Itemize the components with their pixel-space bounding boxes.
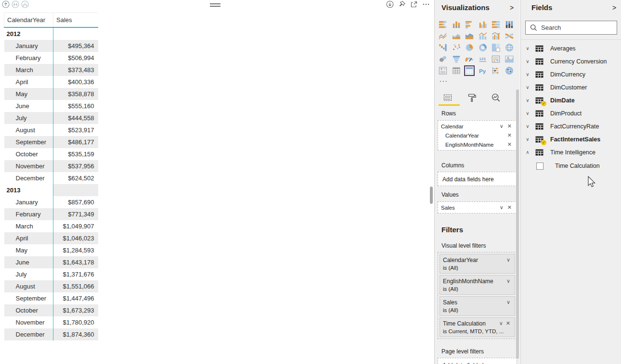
- matrix-month-row[interactable]: January$495,364: [4, 40, 98, 52]
- fields-table-dimcurrency[interactable]: ∨ DimCurrency: [521, 68, 621, 81]
- filter-card-calendaryear[interactable]: CalendarYear∨is (All): [440, 254, 515, 274]
- more-visuals-ellipsis[interactable]: ...: [440, 77, 448, 82]
- fields-table-time-intelligence[interactable]: ∧ Time Intelligence: [521, 146, 621, 159]
- visual-type-ribbon-chart-icon[interactable]: [504, 31, 515, 41]
- rows-well[interactable]: Calendar∨✕CalendarYear✕EnglishMonthName✕: [438, 120, 517, 151]
- fields-table-dimcustomer[interactable]: ∨ DimCustomer: [521, 81, 621, 94]
- fields-table-dimproduct[interactable]: ∨ DimProduct: [521, 107, 621, 120]
- page-level-filters-well[interactable]: Add data fields here: [438, 358, 517, 364]
- matrix-month-row[interactable]: August$1,551,066: [4, 280, 98, 292]
- columns-well[interactable]: Add data fields here: [438, 172, 517, 186]
- tab-analytics[interactable]: [490, 91, 502, 104]
- matrix-month-row[interactable]: March$373,483: [4, 64, 98, 76]
- collapse-fields-pane-icon[interactable]: >: [612, 4, 616, 12]
- focus-mode-icon[interactable]: [410, 0, 418, 8]
- row-label[interactable]: February: [4, 52, 53, 64]
- row-label[interactable]: December: [4, 172, 53, 184]
- row-label[interactable]: January: [4, 196, 53, 208]
- row-label[interactable]: August: [4, 124, 53, 136]
- chevron-down-icon[interactable]: ∨: [505, 278, 512, 284]
- tab-format[interactable]: [466, 91, 478, 104]
- matrix-col-header-calendaryear[interactable]: CalendarYear: [4, 13, 53, 28]
- chevron-down-icon[interactable]: ∨: [498, 204, 505, 211]
- matrix-year-row[interactable]: 2012: [4, 27, 98, 40]
- row-label[interactable]: July: [4, 268, 53, 280]
- visual-type-donut-chart-icon[interactable]: [478, 42, 488, 53]
- visual-type-card-icon[interactable]: 123: [478, 54, 488, 64]
- matrix-month-row[interactable]: November$1,780,920: [4, 316, 98, 328]
- visual-type-treemap-icon[interactable]: [491, 42, 501, 53]
- fields-table-dimdate[interactable]: ∨ ✓ DimDate: [521, 94, 621, 107]
- filter-card-englishmonthname[interactable]: EnglishMonthName∨is (All): [440, 275, 515, 295]
- chevron-down-icon[interactable]: ∨: [498, 320, 505, 326]
- row-label[interactable]: March: [4, 64, 53, 76]
- values-well[interactable]: Sales∨✕: [438, 201, 517, 213]
- visual-type-filled-map-icon[interactable]: [438, 54, 448, 64]
- pin-visual-icon[interactable]: [398, 0, 406, 8]
- matrix-month-row[interactable]: July$1,371,676: [4, 268, 98, 280]
- chevron-up-icon[interactable]: ∧: [524, 150, 531, 155]
- visual-type-map-icon[interactable]: [504, 42, 515, 53]
- search-input[interactable]: Search: [525, 21, 617, 35]
- collapse-pane-icon[interactable]: >: [510, 4, 514, 12]
- chevron-down-icon[interactable]: ∨: [524, 46, 531, 51]
- matrix-month-row[interactable]: April$1,046,023: [4, 232, 98, 244]
- more-options-icon[interactable]: [422, 0, 430, 8]
- matrix-month-row[interactable]: July$444,558: [4, 112, 98, 124]
- visual-type-stacked-bar-chart-icon[interactable]: [438, 19, 448, 30]
- visual-type-multi-row-card-icon[interactable]: [491, 54, 501, 64]
- matrix-month-row[interactable]: June$555,160: [4, 100, 98, 112]
- canvas-scrollbar-thumb[interactable]: [430, 187, 433, 204]
- matrix-month-row[interactable]: December$1,874,360: [4, 328, 98, 340]
- chevron-down-icon[interactable]: ∨: [505, 257, 512, 263]
- fields-table-factcurrencyrate[interactable]: ∨ FactCurrencyRate: [521, 120, 621, 133]
- row-label[interactable]: September: [4, 292, 53, 304]
- fields-table-factinternetsales[interactable]: ∨ ✓ FactInternetSales: [521, 133, 621, 146]
- row-label[interactable]: October: [4, 304, 53, 316]
- chevron-down-icon[interactable]: ∨: [524, 137, 531, 142]
- visual-type-kpi-icon[interactable]: A: [504, 54, 515, 64]
- visual-type-line-and-clustered-column-chart-icon[interactable]: [491, 31, 501, 41]
- chevron-down-icon[interactable]: ∨: [524, 111, 531, 116]
- matrix-month-row[interactable]: August$523,917: [4, 124, 98, 136]
- remove-field-icon[interactable]: ✕: [505, 141, 514, 148]
- visual-type-gauge-icon[interactable]: [464, 54, 475, 64]
- visual-type-area-chart-icon[interactable]: [451, 31, 462, 41]
- row-label[interactable]: April: [4, 76, 53, 88]
- visual-type-line-and-stacked-column-chart-icon[interactable]: [478, 31, 488, 41]
- drill-up-icon[interactable]: [2, 0, 10, 8]
- matrix-month-row[interactable]: May$358,878: [4, 88, 98, 100]
- remove-field-icon[interactable]: ✕: [505, 123, 514, 129]
- matrix-month-row[interactable]: February$506,994: [4, 52, 98, 64]
- chevron-down-icon[interactable]: ∨: [524, 72, 531, 77]
- drill-down-next-level-icon[interactable]: [12, 0, 19, 8]
- visual-type-key-influencers-icon[interactable]: [491, 65, 501, 76]
- visual-type-line-chart-icon[interactable]: [438, 31, 448, 41]
- chevron-down-icon[interactable]: ∨: [524, 59, 531, 64]
- row-label[interactable]: May: [4, 88, 53, 100]
- visual-drag-handle[interactable]: [210, 2, 220, 8]
- visual-type-stacked-area-chart-icon[interactable]: [464, 31, 475, 41]
- chevron-down-icon[interactable]: ∨: [524, 85, 531, 90]
- matrix-month-row[interactable]: April$400,336: [4, 76, 98, 88]
- matrix-month-row[interactable]: February$771,349: [4, 208, 98, 220]
- row-label[interactable]: January: [4, 40, 53, 52]
- matrix-month-row[interactable]: January$857,690: [4, 196, 98, 208]
- visual-type-100-stacked-bar-chart-icon[interactable]: [491, 19, 501, 30]
- row-label[interactable]: October: [4, 148, 53, 160]
- field-pill-calendar[interactable]: Calendar∨✕: [440, 122, 515, 131]
- expand-all-down-icon[interactable]: [21, 0, 29, 8]
- matrix-month-row[interactable]: June$1,643,178: [4, 256, 98, 268]
- field-pill-calendaryear[interactable]: CalendarYear✕: [440, 131, 515, 140]
- row-label[interactable]: 2012: [4, 27, 53, 40]
- visual-type-waterfall-chart-icon[interactable]: [438, 42, 448, 53]
- drill-down-circle-icon[interactable]: [386, 0, 394, 8]
- row-label[interactable]: December: [4, 328, 53, 340]
- matrix-year-row[interactable]: 2013: [4, 184, 98, 196]
- visual-type-funnel-icon[interactable]: [451, 54, 462, 64]
- fields-table-currency-conversion[interactable]: ∨ Currency Conversion: [521, 55, 621, 68]
- matrix-visual[interactable]: CalendarYear Sales 2012January$495,364Fe…: [4, 13, 98, 340]
- filter-card-time-calculation[interactable]: Time Calculation∨✕is Current, MTD, YTD, …: [440, 317, 515, 337]
- field-item-time-calculation[interactable]: Time Calculation: [521, 159, 621, 173]
- remove-filter-icon[interactable]: ✕: [505, 320, 512, 326]
